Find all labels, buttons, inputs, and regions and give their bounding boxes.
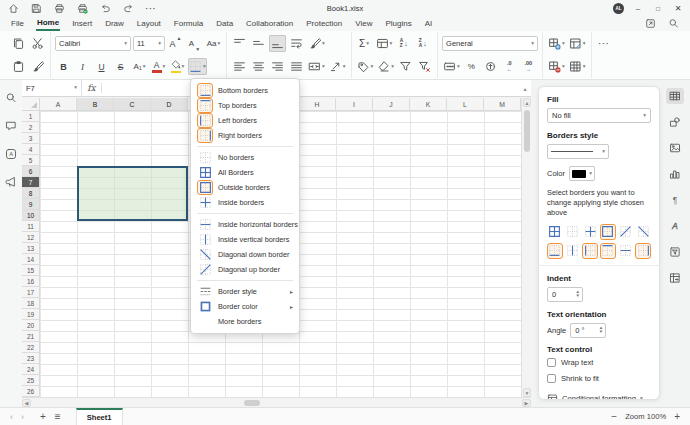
panel-right-borders[interactable] xyxy=(635,243,651,259)
border-line-style-select[interactable]: ▾ xyxy=(547,144,609,159)
format-as-table-button[interactable]: ▾ xyxy=(568,35,587,52)
menu-tab-file[interactable]: File xyxy=(10,18,25,30)
menu-tab-plugins[interactable]: Plugins xyxy=(384,18,412,30)
slicer-settings-icon[interactable] xyxy=(666,244,684,260)
wrap-text-button[interactable] xyxy=(288,35,305,52)
copy-style-button[interactable] xyxy=(29,58,46,75)
row-header-21[interactable]: 21 xyxy=(22,331,40,342)
row-header-7[interactable]: 7 xyxy=(22,177,40,188)
row-header-4[interactable]: 4 xyxy=(22,144,40,155)
menu-more-borders[interactable]: More borders xyxy=(191,314,299,329)
menu-no-borders[interactable]: No borders xyxy=(191,150,299,165)
font-size-combo[interactable]: 11▾ xyxy=(133,36,165,51)
sheet-tab[interactable]: Sheet1 xyxy=(76,408,123,425)
font-color-button[interactable]: A▾ xyxy=(150,58,167,75)
menu-inside-vertical-borders[interactable]: Inside vertical borders xyxy=(191,232,299,247)
column-header-D[interactable]: D xyxy=(151,98,188,111)
row-header-2[interactable]: 2 xyxy=(22,122,40,133)
redo-icon[interactable] xyxy=(121,2,135,14)
column-header-L[interactable]: L xyxy=(447,98,484,111)
cell-format-button[interactable]: ▾ xyxy=(375,35,394,52)
menu-border-style[interactable]: Border style▸ xyxy=(191,284,299,299)
bold-button[interactable]: B xyxy=(55,58,72,75)
menu-left-borders[interactable]: Left borders xyxy=(191,113,299,128)
more-buttons[interactable]: ··· xyxy=(596,35,613,52)
valign-middle-button[interactable] xyxy=(250,35,267,52)
change-case-button[interactable]: Aa▾ xyxy=(205,35,222,52)
close-button[interactable]: ✕ xyxy=(672,2,684,14)
menu-inside-borders[interactable]: Inside borders xyxy=(191,195,299,210)
textart-settings-icon[interactable]: A xyxy=(666,218,684,234)
menu-tab-collaboration[interactable]: Collaboration xyxy=(245,18,294,30)
decrease-decimal-button[interactable]: .0← xyxy=(501,58,518,75)
name-box[interactable]: F7 ▾ xyxy=(22,80,82,97)
panel-inside-horizontal-borders[interactable] xyxy=(618,243,634,259)
scroll-right-icon[interactable]: ▶ xyxy=(522,399,531,407)
scroll-left-icon[interactable]: ◀ xyxy=(22,399,31,407)
border-color-select[interactable]: ▾ xyxy=(569,166,595,181)
insert-cells-button[interactable]: ▾ xyxy=(547,35,566,52)
currency-style-button[interactable] xyxy=(482,58,499,75)
panel-inside-vertical-borders[interactable] xyxy=(565,243,581,259)
cut-button[interactable] xyxy=(29,35,46,52)
minimize-button[interactable]: – xyxy=(632,2,644,14)
menu-tab-layout[interactable]: Layout xyxy=(136,18,162,30)
menu-tab-protection[interactable]: Protection xyxy=(305,18,343,30)
decrement-font-button[interactable]: A▼ xyxy=(186,35,203,52)
panel-all-borders[interactable] xyxy=(547,224,563,240)
autosum-button[interactable]: Σ▾ xyxy=(356,35,373,52)
filter-button[interactable] xyxy=(397,58,414,75)
increment-font-button[interactable]: A▲ xyxy=(167,35,184,52)
search-icon[interactable] xyxy=(666,18,680,30)
strikeout-button[interactable]: S xyxy=(112,58,129,75)
spinner-arrows-icon[interactable]: ▲▼ xyxy=(599,326,605,335)
subscript-button[interactable]: A₁▾ xyxy=(131,58,148,75)
angle-spinner[interactable]: 0 ° ▲▼ xyxy=(570,323,606,338)
clear-style-button[interactable]: ▾ xyxy=(307,35,326,52)
column-header-A[interactable]: A xyxy=(40,98,77,111)
conditional-formatting-button[interactable]: Conditional formatting ▾ xyxy=(547,393,651,400)
menu-diagonal-up-border[interactable]: Diagonal up border xyxy=(191,262,299,277)
horizontal-scroll-thumb[interactable] xyxy=(244,400,260,406)
vertical-scrollbar[interactable]: ▲ ▼ xyxy=(521,98,531,397)
select-all-corner[interactable] xyxy=(22,98,40,111)
underline-button[interactable]: U xyxy=(93,58,110,75)
menu-bottom-borders[interactable]: Bottom borders xyxy=(191,83,299,98)
column-header-M[interactable]: M xyxy=(484,98,521,111)
sheet-list-icon[interactable]: ≡ xyxy=(55,411,61,422)
row-header-18[interactable]: 18 xyxy=(22,298,40,309)
row-header-16[interactable]: 16 xyxy=(22,276,40,287)
panel-diagonal-down-border[interactable] xyxy=(635,224,651,240)
panel-diagonal-up-border[interactable] xyxy=(618,224,634,240)
copy-button[interactable] xyxy=(10,35,27,52)
row-header-9[interactable]: 9 xyxy=(22,199,40,210)
print-icon[interactable] xyxy=(52,2,66,14)
row-header-19[interactable]: 19 xyxy=(22,309,40,320)
paste-button[interactable] xyxy=(10,58,27,75)
zoom-in-icon[interactable]: + xyxy=(674,411,680,422)
fill-color-button[interactable]: ▾ xyxy=(169,58,186,75)
quick-print-icon[interactable] xyxy=(75,2,89,14)
italic-button[interactable]: I xyxy=(74,58,91,75)
menu-tab-view[interactable]: View xyxy=(354,18,373,30)
avatar[interactable]: AL xyxy=(613,3,624,14)
feedback-icon[interactable] xyxy=(4,174,19,189)
row-header-5[interactable]: 5 xyxy=(22,155,40,166)
cell-style-button[interactable]: ▾ xyxy=(568,58,587,75)
prev-sheet-icon[interactable]: ‹ xyxy=(10,412,13,422)
panel-left-borders[interactable] xyxy=(582,243,598,259)
delete-cells-button[interactable]: ▾ xyxy=(547,58,566,75)
home-icon[interactable] xyxy=(6,2,20,14)
formula-input[interactable] xyxy=(102,80,519,96)
row-header-23[interactable]: 23 xyxy=(22,353,40,364)
menu-border-color[interactable]: Border color▸ xyxy=(191,299,299,314)
wrap-text-checkbox[interactable] xyxy=(547,358,556,367)
row-header-15[interactable]: 15 xyxy=(22,265,40,276)
menu-tab-formula[interactable]: Formula xyxy=(173,18,204,30)
image-settings-icon[interactable] xyxy=(666,140,684,156)
save-icon[interactable] xyxy=(29,2,43,14)
menu-tab-draw[interactable]: Draw xyxy=(104,18,125,30)
row-header-12[interactable]: 12 xyxy=(22,232,40,243)
menu-tab-insert[interactable]: Insert xyxy=(71,18,93,30)
undo-icon[interactable] xyxy=(98,2,112,14)
